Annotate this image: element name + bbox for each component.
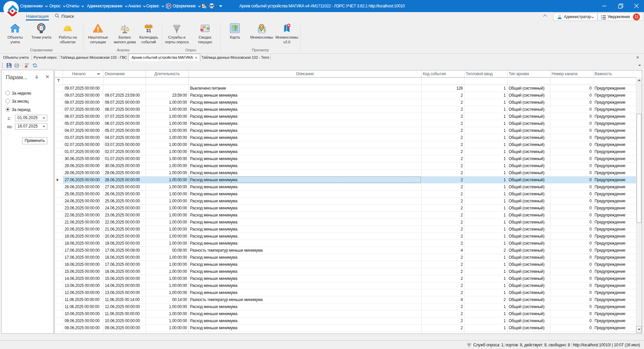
svg-text:31: 31 [146, 28, 151, 33]
